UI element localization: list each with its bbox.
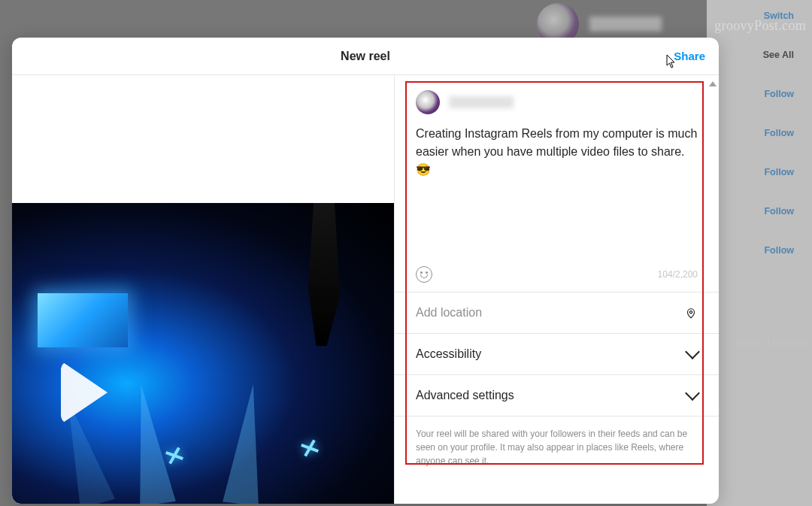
follow-link[interactable]: Follow	[764, 167, 794, 177]
new-reel-modal: New reel Share Creat	[12, 38, 719, 504]
bg-sidebar: Switch See All Follow Follow Follow Foll…	[707, 0, 812, 506]
chevron-down-icon	[685, 386, 700, 401]
see-all-link[interactable]: See All	[763, 50, 794, 60]
share-button[interactable]: Share	[674, 38, 705, 74]
modal-header: New reel Share	[12, 38, 719, 75]
author-row	[416, 90, 698, 114]
scrollbar-up-arrow[interactable]	[708, 78, 717, 89]
watermark: groovyPost.com	[714, 18, 806, 34]
advanced-settings-label: Advanced settings	[416, 389, 514, 402]
details-panel: Creating Instagram Reels from my compute…	[394, 75, 719, 504]
advanced-settings-row[interactable]: Advanced settings	[395, 374, 719, 416]
add-location-placeholder: Add location	[416, 306, 482, 320]
accessibility-label: Accessibility	[416, 347, 481, 361]
char-counter: 104/2,200	[658, 269, 698, 280]
caption-input[interactable]: Creating Instagram Reels from my compute…	[416, 125, 698, 260]
play-icon[interactable]	[61, 361, 108, 424]
bg-footer-links[interactable]: Terms · Locations	[735, 338, 806, 348]
add-location-row[interactable]: Add location	[395, 292, 719, 333]
disclaimer-text: Your reel will be shared with your follo…	[395, 416, 719, 468]
follow-link[interactable]: Follow	[764, 245, 794, 256]
video-preview[interactable]	[12, 75, 394, 504]
accessibility-row[interactable]: Accessibility	[395, 333, 719, 374]
username-blurred	[449, 96, 514, 108]
location-pin-icon	[684, 306, 698, 320]
avatar	[416, 90, 440, 114]
video-thumbnail	[12, 203, 394, 504]
follow-link[interactable]: Follow	[764, 128, 794, 138]
modal-title: New reel	[341, 50, 390, 63]
follow-link[interactable]: Follow	[764, 206, 794, 217]
username-blurred	[589, 17, 662, 32]
emoji-picker-icon[interactable]	[416, 266, 432, 283]
svg-point-0	[689, 311, 692, 314]
chevron-down-icon	[685, 344, 700, 359]
follow-link[interactable]: Follow	[764, 89, 794, 99]
